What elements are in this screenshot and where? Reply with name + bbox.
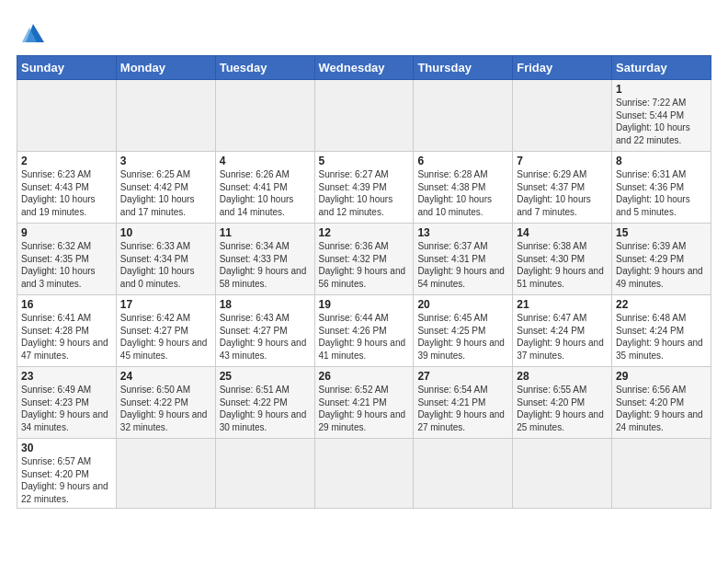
calendar-cell-r1-c3: 5Sunrise: 6:27 AM Sunset: 4:39 PM Daylig… — [314, 152, 414, 224]
day-number: 21 — [517, 298, 608, 311]
day-number: 20 — [417, 298, 508, 311]
calendar-cell-r5-c0: 30Sunrise: 6:57 AM Sunset: 4:20 PM Dayli… — [17, 439, 117, 509]
calendar-cell-r0-c1 — [116, 80, 215, 152]
calendar-cell-r2-c0: 9Sunrise: 6:32 AM Sunset: 4:35 PM Daylig… — [17, 224, 117, 295]
calendar-cell-r5-c3 — [314, 439, 414, 509]
day-number: 7 — [517, 155, 608, 167]
day-number: 4 — [220, 155, 311, 167]
calendar-cell-r4-c3: 26Sunrise: 6:52 AM Sunset: 4:21 PM Dayli… — [314, 367, 414, 439]
calendar-cell-r3-c2: 18Sunrise: 6:43 AM Sunset: 4:27 PM Dayli… — [215, 295, 314, 367]
day-info: Sunrise: 6:37 AM Sunset: 4:31 PM Dayligh… — [417, 240, 508, 290]
day-info: Sunrise: 6:32 AM Sunset: 4:35 PM Dayligh… — [21, 240, 112, 290]
day-info: Sunrise: 6:23 AM Sunset: 4:43 PM Dayligh… — [21, 168, 112, 218]
day-number: 22 — [616, 298, 707, 311]
calendar-row-2: 9Sunrise: 6:32 AM Sunset: 4:35 PM Daylig… — [17, 224, 711, 295]
calendar-cell-r4-c4: 27Sunrise: 6:54 AM Sunset: 4:21 PM Dayli… — [414, 367, 513, 439]
calendar-cell-r2-c2: 11Sunrise: 6:34 AM Sunset: 4:33 PM Dayli… — [215, 224, 314, 295]
calendar-cell-r0-c0 — [17, 80, 117, 152]
calendar-cell-r2-c6: 15Sunrise: 6:39 AM Sunset: 4:29 PM Dayli… — [612, 224, 711, 295]
day-info: Sunrise: 6:54 AM Sunset: 4:21 PM Dayligh… — [417, 384, 508, 433]
day-info: Sunrise: 6:55 AM Sunset: 4:20 PM Dayligh… — [517, 384, 608, 433]
day-number: 30 — [21, 442, 112, 454]
calendar-cell-r1-c0: 2Sunrise: 6:23 AM Sunset: 4:43 PM Daylig… — [17, 152, 117, 224]
weekday-header-sunday: Sunday — [17, 56, 117, 80]
day-info: Sunrise: 6:27 AM Sunset: 4:39 PM Dayligh… — [319, 168, 410, 218]
day-info: Sunrise: 6:57 AM Sunset: 4:20 PM Dayligh… — [21, 455, 112, 505]
calendar-cell-r0-c4 — [414, 80, 513, 152]
weekday-header-wednesday: Wednesday — [314, 56, 414, 80]
calendar-cell-r1-c2: 4Sunrise: 6:26 AM Sunset: 4:41 PM Daylig… — [215, 152, 314, 224]
calendar-cell-r5-c1 — [116, 439, 215, 509]
calendar-cell-r4-c0: 23Sunrise: 6:49 AM Sunset: 4:23 PM Dayli… — [17, 367, 117, 439]
day-number: 14 — [517, 226, 608, 239]
day-info: Sunrise: 6:43 AM Sunset: 4:27 PM Dayligh… — [220, 312, 311, 362]
calendar-row-1: 2Sunrise: 6:23 AM Sunset: 4:43 PM Daylig… — [17, 152, 711, 224]
calendar-cell-r0-c5 — [513, 80, 612, 152]
calendar-cell-r2-c1: 10Sunrise: 6:33 AM Sunset: 4:34 PM Dayli… — [116, 224, 215, 295]
calendar-cell-r2-c5: 14Sunrise: 6:38 AM Sunset: 4:30 PM Dayli… — [513, 224, 612, 295]
logo — [17, 17, 48, 46]
day-number: 24 — [120, 370, 211, 383]
day-number: 17 — [120, 298, 211, 311]
weekday-header-saturday: Saturday — [612, 56, 711, 80]
day-number: 10 — [120, 226, 211, 239]
day-number: 15 — [616, 226, 707, 239]
weekday-header-monday: Monday — [116, 56, 215, 80]
calendar-row-0: 1Sunrise: 7:22 AM Sunset: 5:44 PM Daylig… — [17, 80, 711, 152]
calendar-cell-r2-c3: 12Sunrise: 6:36 AM Sunset: 4:32 PM Dayli… — [314, 224, 414, 295]
weekday-header-tuesday: Tuesday — [215, 56, 314, 80]
day-info: Sunrise: 6:56 AM Sunset: 4:20 PM Dayligh… — [616, 384, 707, 433]
day-info: Sunrise: 6:28 AM Sunset: 4:38 PM Dayligh… — [417, 168, 508, 218]
day-number: 3 — [120, 155, 211, 167]
day-number: 2 — [21, 155, 112, 167]
day-number: 12 — [319, 226, 410, 239]
page: SundayMondayTuesdayWednesdayThursdayFrid… — [0, 0, 728, 563]
calendar-row-5: 30Sunrise: 6:57 AM Sunset: 4:20 PM Dayli… — [17, 439, 711, 509]
calendar-cell-r0-c6: 1Sunrise: 7:22 AM Sunset: 5:44 PM Daylig… — [612, 80, 711, 152]
day-info: Sunrise: 6:41 AM Sunset: 4:28 PM Dayligh… — [21, 312, 112, 362]
day-info: Sunrise: 6:39 AM Sunset: 4:29 PM Dayligh… — [616, 240, 707, 290]
day-info: Sunrise: 6:45 AM Sunset: 4:25 PM Dayligh… — [417, 312, 508, 362]
day-info: Sunrise: 6:33 AM Sunset: 4:34 PM Dayligh… — [120, 240, 211, 290]
weekday-header-thursday: Thursday — [414, 56, 513, 80]
logo-icon — [18, 17, 48, 46]
calendar-cell-r1-c5: 7Sunrise: 6:29 AM Sunset: 4:37 PM Daylig… — [513, 152, 612, 224]
day-info: Sunrise: 6:48 AM Sunset: 4:24 PM Dayligh… — [616, 312, 707, 362]
calendar-cell-r4-c1: 24Sunrise: 6:50 AM Sunset: 4:22 PM Dayli… — [116, 367, 215, 439]
day-info: Sunrise: 6:34 AM Sunset: 4:33 PM Dayligh… — [220, 240, 311, 290]
calendar-cell-r3-c1: 17Sunrise: 6:42 AM Sunset: 4:27 PM Dayli… — [116, 295, 215, 367]
day-number: 5 — [319, 155, 410, 167]
weekday-header-friday: Friday — [513, 56, 612, 80]
day-info: Sunrise: 6:51 AM Sunset: 4:22 PM Dayligh… — [220, 384, 311, 433]
calendar-cell-r0-c3 — [314, 80, 414, 152]
calendar-cell-r5-c4 — [414, 439, 513, 509]
day-info: Sunrise: 6:31 AM Sunset: 4:36 PM Dayligh… — [616, 168, 707, 218]
calendar-cell-r0-c2 — [215, 80, 314, 152]
day-number: 11 — [220, 226, 311, 239]
day-info: Sunrise: 6:52 AM Sunset: 4:21 PM Dayligh… — [319, 384, 410, 433]
day-info: Sunrise: 6:29 AM Sunset: 4:37 PM Dayligh… — [517, 168, 608, 218]
day-number: 29 — [616, 370, 707, 383]
calendar-table: SundayMondayTuesdayWednesdayThursdayFrid… — [17, 55, 711, 509]
day-info: Sunrise: 7:22 AM Sunset: 5:44 PM Dayligh… — [616, 97, 707, 146]
day-info: Sunrise: 6:26 AM Sunset: 4:41 PM Dayligh… — [220, 168, 311, 218]
weekday-header-row: SundayMondayTuesdayWednesdayThursdayFrid… — [17, 56, 711, 80]
day-number: 19 — [319, 298, 410, 311]
day-number: 27 — [417, 370, 508, 383]
day-number: 26 — [319, 370, 410, 383]
calendar-cell-r3-c5: 21Sunrise: 6:47 AM Sunset: 4:24 PM Dayli… — [513, 295, 612, 367]
calendar-cell-r3-c6: 22Sunrise: 6:48 AM Sunset: 4:24 PM Dayli… — [612, 295, 711, 367]
day-number: 6 — [417, 155, 508, 167]
calendar-cell-r3-c4: 20Sunrise: 6:45 AM Sunset: 4:25 PM Dayli… — [414, 295, 513, 367]
day-number: 23 — [21, 370, 112, 383]
calendar-cell-r5-c6 — [612, 439, 711, 509]
day-info: Sunrise: 6:50 AM Sunset: 4:22 PM Dayligh… — [120, 384, 211, 433]
calendar-cell-r5-c5 — [513, 439, 612, 509]
day-number: 28 — [517, 370, 608, 383]
calendar-cell-r3-c3: 19Sunrise: 6:44 AM Sunset: 4:26 PM Dayli… — [314, 295, 414, 367]
calendar-cell-r5-c2 — [215, 439, 314, 509]
calendar-row-3: 16Sunrise: 6:41 AM Sunset: 4:28 PM Dayli… — [17, 295, 711, 367]
day-info: Sunrise: 6:47 AM Sunset: 4:24 PM Dayligh… — [517, 312, 608, 362]
day-info: Sunrise: 6:36 AM Sunset: 4:32 PM Dayligh… — [319, 240, 410, 290]
day-info: Sunrise: 6:49 AM Sunset: 4:23 PM Dayligh… — [21, 384, 112, 433]
